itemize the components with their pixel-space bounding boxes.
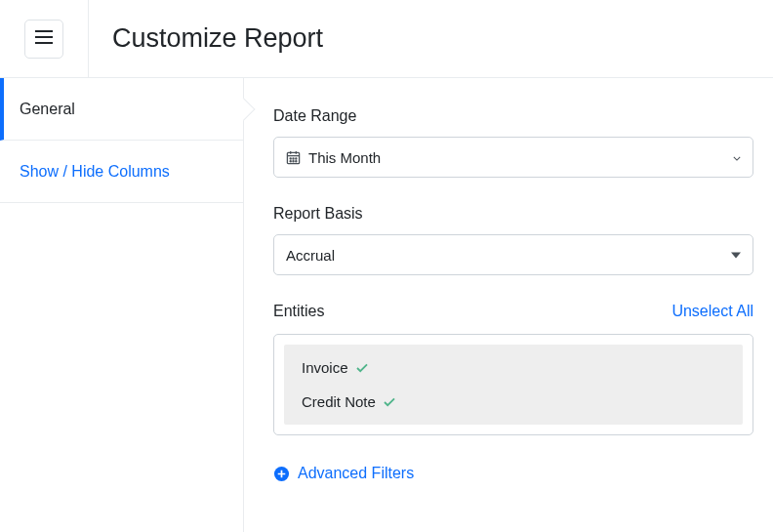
entity-item-label: Invoice <box>302 359 348 376</box>
header-divider <box>88 0 89 78</box>
calendar-icon <box>286 150 301 165</box>
plus-circle-icon <box>273 466 290 482</box>
date-range-value: This Month <box>308 149 381 166</box>
main-panel: Date Range This Month <box>244 78 773 532</box>
date-range-label: Date Range <box>273 107 753 125</box>
report-basis-select[interactable]: Accrual <box>273 234 753 275</box>
sidebar-item-general[interactable]: General <box>0 78 243 141</box>
hamburger-icon <box>35 30 53 47</box>
menu-toggle-button[interactable] <box>24 20 63 59</box>
triangle-down-icon <box>731 247 741 264</box>
svg-point-3 <box>296 157 297 158</box>
check-icon <box>384 397 395 407</box>
entity-item-invoice[interactable]: Invoice <box>284 350 743 385</box>
entities-field: Entities Unselect All Invoice Credit Not… <box>273 303 753 435</box>
date-range-field: Date Range This Month <box>273 107 753 178</box>
page-title: Customize Report <box>112 23 323 54</box>
entity-item-label: Credit Note <box>302 393 376 410</box>
date-range-select[interactable]: This Month <box>273 137 753 178</box>
unselect-all-link[interactable]: Unselect All <box>671 303 753 320</box>
advanced-filters-button[interactable]: Advanced Filters <box>273 465 753 482</box>
check-icon <box>356 363 368 373</box>
svg-point-5 <box>293 160 294 161</box>
chevron-down-icon <box>733 149 741 166</box>
entities-box: Invoice Credit Note <box>273 334 753 435</box>
entity-item-credit-note[interactable]: Credit Note <box>284 385 743 419</box>
svg-point-4 <box>290 160 291 161</box>
header: Customize Report <box>0 0 773 78</box>
sidebar-item-label: General <box>20 101 75 118</box>
body: General Show / Hide Columns Date Range <box>0 78 773 532</box>
sidebar: General Show / Hide Columns <box>0 78 244 532</box>
report-basis-value: Accrual <box>286 247 335 264</box>
sidebar-item-label: Show / Hide Columns <box>20 163 170 181</box>
svg-point-2 <box>293 157 294 158</box>
sidebar-item-show-hide-columns[interactable]: Show / Hide Columns <box>0 141 243 203</box>
advanced-filters-label: Advanced Filters <box>298 465 414 482</box>
svg-point-6 <box>296 160 297 161</box>
report-basis-label: Report Basis <box>273 205 753 223</box>
report-basis-field: Report Basis Accrual <box>273 205 753 275</box>
entities-label: Entities <box>273 303 324 320</box>
entities-list: Invoice Credit Note <box>284 345 743 425</box>
svg-point-1 <box>290 157 291 158</box>
